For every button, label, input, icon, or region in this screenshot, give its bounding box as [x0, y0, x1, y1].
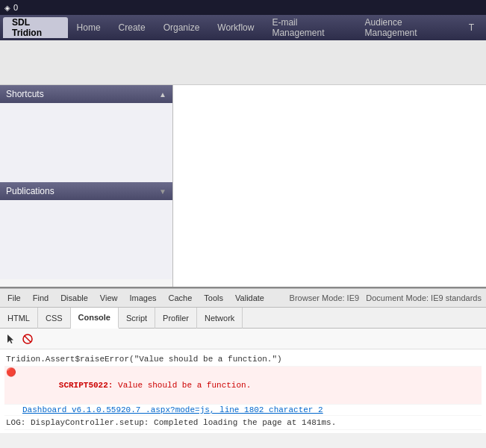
publications-header[interactable]: Publications ▼: [0, 182, 172, 200]
sidebar-publications-section: Publications ▼: [0, 182, 172, 287]
shortcuts-header[interactable]: Shortcuts ▲: [0, 85, 172, 103]
menu-tab-more[interactable]: T: [460, 17, 483, 38]
main-content-area: [173, 85, 486, 287]
devtools-file[interactable]: File: [4, 292, 24, 304]
console-text-1: Tridion.Assert$raiseError("Value should …: [6, 353, 282, 365]
collapse-shortcuts-icon[interactable]: ▲: [159, 90, 166, 99]
sidebar-shortcuts-section: Shortcuts ▲: [0, 85, 172, 182]
menu-tab-organize[interactable]: Organize: [155, 17, 209, 38]
menu-tab-home[interactable]: Home: [68, 17, 110, 38]
devtools-tabs: HTML CSS Console Script Profiler Network: [0, 308, 486, 329]
menu-bar: SDL Tridion Home Create Organize Workflo…: [0, 15, 486, 40]
menu-tab-sdl-tridion[interactable]: SDL Tridion: [3, 17, 68, 38]
browser-content-area: [0, 40, 486, 85]
devtools-disable[interactable]: Disable: [57, 292, 91, 304]
menu-tab-audience-management[interactable]: Audience Management: [356, 17, 460, 38]
devtools-tab-network[interactable]: Network: [197, 308, 243, 329]
console-line-3: Dashboard v6.1.0.55920.7 .aspx?mode=js, …: [4, 405, 482, 416]
title-bar: ◈ 0: [0, 0, 486, 15]
browser-mode-info: Browser Mode: IE9 Document Mode: IE9 sta…: [290, 293, 482, 302]
devtools-find[interactable]: Find: [30, 292, 52, 304]
devtools-view[interactable]: View: [97, 292, 121, 304]
console-icon-bar: [0, 329, 486, 349]
devtools-toolbar: File Find Disable View Images Cache Tool…: [0, 288, 486, 308]
devtools-tab-script[interactable]: Script: [119, 308, 155, 329]
publications-content: [0, 200, 172, 279]
stop-icon[interactable]: [21, 332, 34, 346]
console-line-2: 🔴 SCRIPT5022: Value should be a function…: [4, 367, 482, 405]
console-link-1[interactable]: Dashboard v6.1.0.55920.7 .aspx?mode=js, …: [22, 405, 323, 414]
devtools-images[interactable]: Images: [126, 292, 159, 304]
console-error-code: SCRIPT5022: Value should be a function.: [19, 367, 251, 403]
devtools-tools[interactable]: Tools: [201, 292, 226, 304]
menu-tab-email-management[interactable]: E-mail Management: [263, 17, 355, 38]
app-icon: ◈: [4, 4, 10, 12]
svg-marker-0: [7, 335, 13, 343]
devtools-tab-profiler[interactable]: Profiler: [155, 308, 197, 329]
publications-label: Publications: [6, 186, 54, 196]
cursor-icon[interactable]: [4, 332, 18, 346]
sidebar: Shortcuts ▲ Publications ▼: [0, 85, 173, 287]
svg-line-2: [25, 336, 31, 342]
title-text: 0: [13, 3, 18, 12]
error-icon-1: 🔴: [6, 367, 16, 377]
console-output: Tridion.Assert$raiseError("Value should …: [0, 349, 486, 433]
console-text-4: LOG: DisplayController.setup: Completed …: [6, 417, 336, 429]
devtools-cache[interactable]: Cache: [166, 292, 196, 304]
devtools-validate[interactable]: Validate: [232, 292, 267, 304]
menu-tab-create[interactable]: Create: [110, 17, 155, 38]
devtools-tab-console[interactable]: Console: [71, 308, 119, 329]
menu-tab-workflow[interactable]: Workflow: [208, 17, 263, 38]
shortcuts-label: Shortcuts: [6, 89, 44, 99]
console-line-1: Tridion.Assert$raiseError("Value should …: [4, 352, 482, 367]
main-layout: Shortcuts ▲ Publications ▼: [0, 85, 486, 287]
console-line-4: LOG: DisplayController.setup: Completed …: [4, 416, 482, 430]
devtools-panel: File Find Disable View Images Cache Tool…: [0, 287, 486, 433]
devtools-tab-html[interactable]: HTML: [0, 308, 38, 329]
filter-icon[interactable]: ▼: [159, 187, 166, 196]
shortcuts-content: [0, 103, 172, 182]
devtools-tab-css[interactable]: CSS: [38, 308, 71, 329]
